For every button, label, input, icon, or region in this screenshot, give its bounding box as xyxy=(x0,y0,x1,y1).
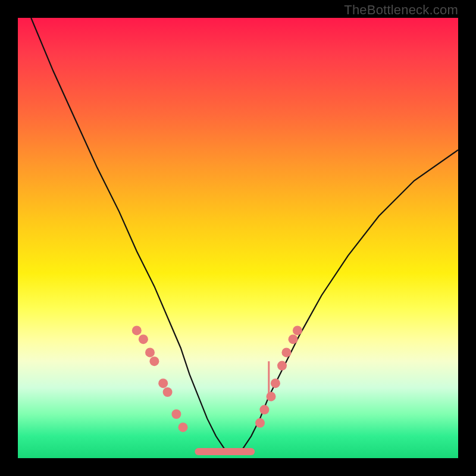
scatter-dot xyxy=(145,347,155,357)
scatter-dot xyxy=(281,347,291,357)
scatter-dot xyxy=(149,356,159,366)
scatter-dot xyxy=(293,325,302,335)
bottleneck-curve xyxy=(31,18,458,449)
chart-frame: TheBottleneck.com xyxy=(0,0,476,476)
scatter-dot xyxy=(139,334,148,344)
scatter-dot xyxy=(277,361,287,371)
scatter-dot xyxy=(255,418,265,428)
scatter-dot xyxy=(271,378,280,388)
scatter-dot xyxy=(163,387,173,397)
scatter-dot xyxy=(267,392,276,401)
scatter-dot xyxy=(132,325,142,335)
scatter-dot xyxy=(158,378,168,388)
scatter-left xyxy=(132,325,188,432)
scatter-dot xyxy=(178,422,188,432)
attribution-text: TheBottleneck.com xyxy=(344,2,458,18)
chart-svg xyxy=(18,18,458,458)
scatter-dot xyxy=(289,334,298,344)
scatter-dot xyxy=(259,405,269,415)
scatter-dot xyxy=(171,409,181,419)
plot-area xyxy=(18,18,458,458)
